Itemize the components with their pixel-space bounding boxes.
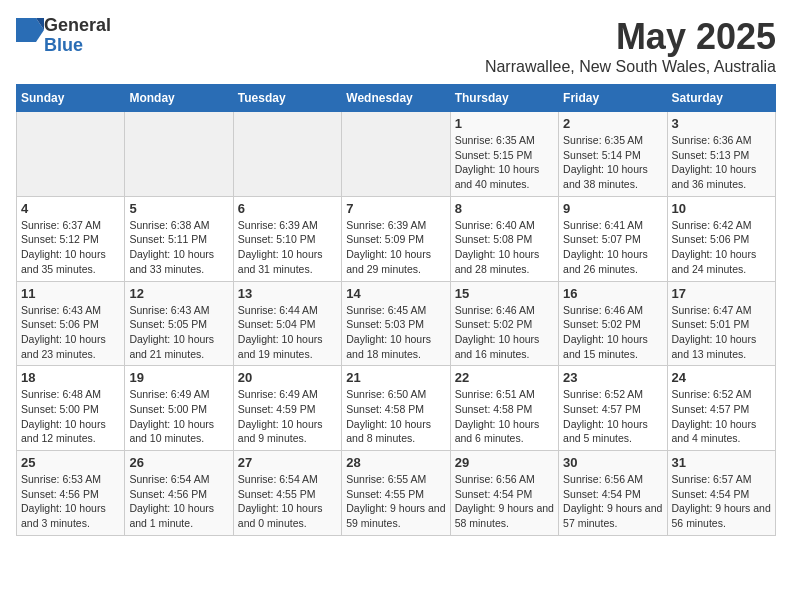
day-number: 1 [455,116,554,131]
day-number: 25 [21,455,120,470]
day-number: 21 [346,370,445,385]
day-info: Sunrise: 6:52 AM Sunset: 4:57 PM Dayligh… [563,387,662,446]
calendar-table: SundayMondayTuesdayWednesdayThursdayFrid… [16,84,776,536]
header-tuesday: Tuesday [233,85,341,112]
day-info: Sunrise: 6:56 AM Sunset: 4:54 PM Dayligh… [455,472,554,531]
day-info: Sunrise: 6:49 AM Sunset: 4:59 PM Dayligh… [238,387,337,446]
day-info: Sunrise: 6:54 AM Sunset: 4:55 PM Dayligh… [238,472,337,531]
day-number: 17 [672,286,771,301]
day-cell: 21Sunrise: 6:50 AM Sunset: 4:58 PM Dayli… [342,366,450,451]
day-cell: 11Sunrise: 6:43 AM Sunset: 5:06 PM Dayli… [17,281,125,366]
day-cell [17,112,125,197]
week-row-2: 4Sunrise: 6:37 AM Sunset: 5:12 PM Daylig… [17,196,776,281]
day-cell: 28Sunrise: 6:55 AM Sunset: 4:55 PM Dayli… [342,451,450,536]
day-cell: 8Sunrise: 6:40 AM Sunset: 5:08 PM Daylig… [450,196,558,281]
day-cell [233,112,341,197]
day-cell: 14Sunrise: 6:45 AM Sunset: 5:03 PM Dayli… [342,281,450,366]
day-info: Sunrise: 6:35 AM Sunset: 5:15 PM Dayligh… [455,133,554,192]
day-number: 2 [563,116,662,131]
day-number: 14 [346,286,445,301]
logo: General Blue [16,16,111,56]
month-title: May 2025 [485,16,776,58]
day-cell: 22Sunrise: 6:51 AM Sunset: 4:58 PM Dayli… [450,366,558,451]
day-info: Sunrise: 6:49 AM Sunset: 5:00 PM Dayligh… [129,387,228,446]
day-info: Sunrise: 6:54 AM Sunset: 4:56 PM Dayligh… [129,472,228,531]
day-cell: 24Sunrise: 6:52 AM Sunset: 4:57 PM Dayli… [667,366,775,451]
day-cell: 20Sunrise: 6:49 AM Sunset: 4:59 PM Dayli… [233,366,341,451]
day-cell: 9Sunrise: 6:41 AM Sunset: 5:07 PM Daylig… [559,196,667,281]
logo-general: General [44,16,111,36]
day-number: 20 [238,370,337,385]
day-cell: 16Sunrise: 6:46 AM Sunset: 5:02 PM Dayli… [559,281,667,366]
day-info: Sunrise: 6:52 AM Sunset: 4:57 PM Dayligh… [672,387,771,446]
day-number: 8 [455,201,554,216]
day-cell: 18Sunrise: 6:48 AM Sunset: 5:00 PM Dayli… [17,366,125,451]
week-row-3: 11Sunrise: 6:43 AM Sunset: 5:06 PM Dayli… [17,281,776,366]
day-info: Sunrise: 6:46 AM Sunset: 5:02 PM Dayligh… [563,303,662,362]
day-info: Sunrise: 6:38 AM Sunset: 5:11 PM Dayligh… [129,218,228,277]
header-friday: Friday [559,85,667,112]
day-info: Sunrise: 6:55 AM Sunset: 4:55 PM Dayligh… [346,472,445,531]
logo-text: General Blue [44,16,111,56]
header-wednesday: Wednesday [342,85,450,112]
week-row-5: 25Sunrise: 6:53 AM Sunset: 4:56 PM Dayli… [17,451,776,536]
day-info: Sunrise: 6:37 AM Sunset: 5:12 PM Dayligh… [21,218,120,277]
day-number: 27 [238,455,337,470]
day-number: 22 [455,370,554,385]
day-number: 9 [563,201,662,216]
title-block: May 2025 Narrawallee, New South Wales, A… [485,16,776,76]
day-number: 29 [455,455,554,470]
day-cell: 17Sunrise: 6:47 AM Sunset: 5:01 PM Dayli… [667,281,775,366]
day-info: Sunrise: 6:39 AM Sunset: 5:10 PM Dayligh… [238,218,337,277]
header-sunday: Sunday [17,85,125,112]
day-cell: 23Sunrise: 6:52 AM Sunset: 4:57 PM Dayli… [559,366,667,451]
day-cell [125,112,233,197]
day-cell: 26Sunrise: 6:54 AM Sunset: 4:56 PM Dayli… [125,451,233,536]
day-cell: 1Sunrise: 6:35 AM Sunset: 5:15 PM Daylig… [450,112,558,197]
day-number: 6 [238,201,337,216]
week-row-1: 1Sunrise: 6:35 AM Sunset: 5:15 PM Daylig… [17,112,776,197]
day-info: Sunrise: 6:47 AM Sunset: 5:01 PM Dayligh… [672,303,771,362]
day-number: 26 [129,455,228,470]
header-saturday: Saturday [667,85,775,112]
day-cell: 25Sunrise: 6:53 AM Sunset: 4:56 PM Dayli… [17,451,125,536]
day-info: Sunrise: 6:35 AM Sunset: 5:14 PM Dayligh… [563,133,662,192]
day-number: 7 [346,201,445,216]
day-info: Sunrise: 6:40 AM Sunset: 5:08 PM Dayligh… [455,218,554,277]
day-info: Sunrise: 6:48 AM Sunset: 5:00 PM Dayligh… [21,387,120,446]
day-number: 12 [129,286,228,301]
day-cell [342,112,450,197]
day-info: Sunrise: 6:57 AM Sunset: 4:54 PM Dayligh… [672,472,771,531]
day-cell: 27Sunrise: 6:54 AM Sunset: 4:55 PM Dayli… [233,451,341,536]
logo-blue: Blue [44,36,111,56]
day-cell: 12Sunrise: 6:43 AM Sunset: 5:05 PM Dayli… [125,281,233,366]
day-number: 19 [129,370,228,385]
location-title: Narrawallee, New South Wales, Australia [485,58,776,76]
day-number: 28 [346,455,445,470]
day-cell: 2Sunrise: 6:35 AM Sunset: 5:14 PM Daylig… [559,112,667,197]
day-number: 15 [455,286,554,301]
day-number: 16 [563,286,662,301]
day-info: Sunrise: 6:39 AM Sunset: 5:09 PM Dayligh… [346,218,445,277]
day-info: Sunrise: 6:46 AM Sunset: 5:02 PM Dayligh… [455,303,554,362]
day-info: Sunrise: 6:44 AM Sunset: 5:04 PM Dayligh… [238,303,337,362]
day-info: Sunrise: 6:51 AM Sunset: 4:58 PM Dayligh… [455,387,554,446]
day-info: Sunrise: 6:36 AM Sunset: 5:13 PM Dayligh… [672,133,771,192]
day-number: 4 [21,201,120,216]
day-number: 5 [129,201,228,216]
day-cell: 4Sunrise: 6:37 AM Sunset: 5:12 PM Daylig… [17,196,125,281]
day-number: 13 [238,286,337,301]
day-info: Sunrise: 6:41 AM Sunset: 5:07 PM Dayligh… [563,218,662,277]
day-cell: 30Sunrise: 6:56 AM Sunset: 4:54 PM Dayli… [559,451,667,536]
header-thursday: Thursday [450,85,558,112]
day-number: 30 [563,455,662,470]
day-cell: 5Sunrise: 6:38 AM Sunset: 5:11 PM Daylig… [125,196,233,281]
day-info: Sunrise: 6:43 AM Sunset: 5:05 PM Dayligh… [129,303,228,362]
day-number: 3 [672,116,771,131]
day-number: 10 [672,201,771,216]
day-cell: 3Sunrise: 6:36 AM Sunset: 5:13 PM Daylig… [667,112,775,197]
day-info: Sunrise: 6:53 AM Sunset: 4:56 PM Dayligh… [21,472,120,531]
calendar-header-row: SundayMondayTuesdayWednesdayThursdayFrid… [17,85,776,112]
week-row-4: 18Sunrise: 6:48 AM Sunset: 5:00 PM Dayli… [17,366,776,451]
day-cell: 29Sunrise: 6:56 AM Sunset: 4:54 PM Dayli… [450,451,558,536]
